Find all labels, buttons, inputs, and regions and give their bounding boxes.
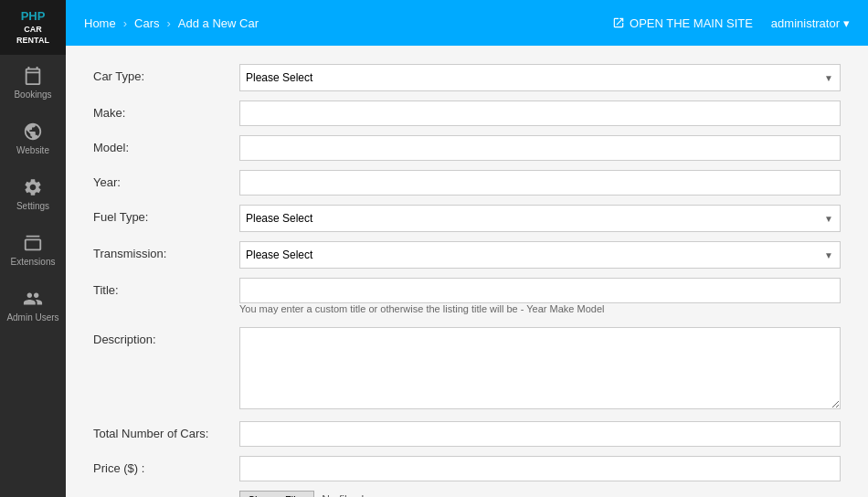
transmission-select-wrapper: Please Select [239, 241, 841, 269]
photos-row: Photos: Choose Files No file chosen [93, 491, 841, 497]
model-input[interactable] [239, 135, 841, 161]
make-label: Make: [93, 100, 239, 120]
make-input[interactable] [239, 100, 841, 126]
main-wrapper: Home › Cars › Add a New Car OPEN THE MAI… [66, 0, 868, 497]
sidebar-admin-users-label: Admin Users [6, 312, 58, 323]
year-control [239, 170, 841, 196]
description-label: Description: [93, 327, 239, 346]
price-input[interactable] [239, 456, 841, 481]
topbar: Home › Cars › Add a New Car OPEN THE MAI… [66, 0, 868, 46]
model-control [239, 135, 841, 161]
topbar-current-page: Add a New Car [178, 16, 259, 30]
car-type-row: Car Type: Please Select [93, 64, 841, 91]
model-row: Model: [93, 135, 841, 161]
sidebar-item-extensions[interactable]: Extensions [0, 222, 66, 278]
title-row: Title: You may enter a custom title or o… [93, 278, 841, 318]
sidebar-item-bookings[interactable]: Bookings [0, 55, 66, 111]
logo-php: PHP [5, 9, 61, 25]
price-control [239, 456, 841, 481]
globe-icon [23, 122, 43, 142]
external-link-icon [612, 16, 625, 29]
total-cars-label: Total Number of Cars: [93, 421, 239, 440]
title-hint: You may enter a custom title or otherwis… [239, 303, 841, 314]
content-area: Car Type: Please Select Make: Model: [66, 46, 868, 497]
photos-label: Photos: [93, 491, 239, 497]
description-row: Description: [93, 327, 841, 412]
make-control [239, 100, 841, 126]
transmission-label: Transmission: [93, 241, 239, 260]
photos-control: Choose Files No file chosen [239, 491, 841, 497]
car-type-control: Please Select [239, 64, 841, 91]
year-input[interactable] [239, 170, 841, 196]
calendar-icon [23, 66, 43, 86]
fuel-type-control: Please Select [239, 205, 841, 232]
year-row: Year: [93, 170, 841, 196]
open-main-site-button[interactable]: OPEN THE MAIN SITE [612, 16, 753, 30]
gear-icon [23, 177, 43, 197]
price-row: Price ($) : [93, 456, 841, 481]
users-icon [23, 289, 43, 309]
fuel-type-row: Fuel Type: Please Select [93, 205, 841, 232]
topbar-sep1: › [123, 16, 127, 30]
choose-files-button[interactable]: Choose Files [239, 491, 314, 497]
transmission-row: Transmission: Please Select [93, 241, 841, 269]
sidebar-item-website[interactable]: Website [0, 111, 66, 166]
description-control [239, 327, 841, 412]
sidebar-item-admin-users[interactable]: Admin Users [0, 278, 66, 333]
car-type-select[interactable]: Please Select [239, 64, 841, 91]
box-icon [23, 233, 43, 253]
topbar-sep2: › [166, 16, 170, 30]
model-label: Model: [93, 135, 239, 154]
total-cars-control [239, 421, 841, 447]
admin-user-menu[interactable]: administrator ▾ [771, 16, 850, 30]
transmission-select[interactable]: Please Select [239, 241, 841, 269]
no-file-label: No file chosen [322, 493, 391, 497]
file-input-wrap: Choose Files No file chosen [239, 491, 841, 497]
admin-username: administrator [771, 16, 840, 30]
title-label: Title: [93, 278, 239, 297]
topbar-home-link[interactable]: Home [84, 16, 116, 30]
topbar-right: OPEN THE MAIN SITE administrator ▾ [612, 16, 850, 30]
total-cars-row: Total Number of Cars: [93, 421, 841, 447]
fuel-type-select[interactable]: Please Select [239, 205, 841, 232]
transmission-control: Please Select [239, 241, 841, 269]
logo-rental: RENTAL [5, 36, 61, 47]
sidebar-settings-label: Settings [16, 201, 49, 211]
topbar-cars-link[interactable]: Cars [134, 16, 159, 30]
open-main-site-label: OPEN THE MAIN SITE [630, 16, 753, 30]
car-type-select-wrapper: Please Select [239, 64, 841, 91]
chevron-down-icon: ▾ [843, 16, 850, 30]
sidebar-logo: PHP CAR RENTAL [0, 0, 66, 55]
title-control: You may enter a custom title or otherwis… [239, 278, 841, 318]
title-input[interactable] [239, 278, 841, 303]
make-row: Make: [93, 100, 841, 126]
fuel-type-label: Fuel Type: [93, 205, 239, 224]
sidebar: PHP CAR RENTAL Bookings Website Settings… [0, 0, 66, 497]
sidebar-item-settings[interactable]: Settings [0, 166, 66, 222]
sidebar-website-label: Website [16, 145, 49, 155]
description-textarea[interactable] [239, 327, 841, 409]
sidebar-extensions-label: Extensions [11, 257, 56, 267]
price-label: Price ($) : [93, 456, 239, 475]
logo-car: CAR [5, 25, 61, 36]
fuel-type-select-wrapper: Please Select [239, 205, 841, 232]
year-label: Year: [93, 170, 239, 189]
sidebar-bookings-label: Bookings [14, 90, 51, 100]
car-type-label: Car Type: [93, 64, 239, 83]
total-cars-input[interactable] [239, 421, 841, 447]
